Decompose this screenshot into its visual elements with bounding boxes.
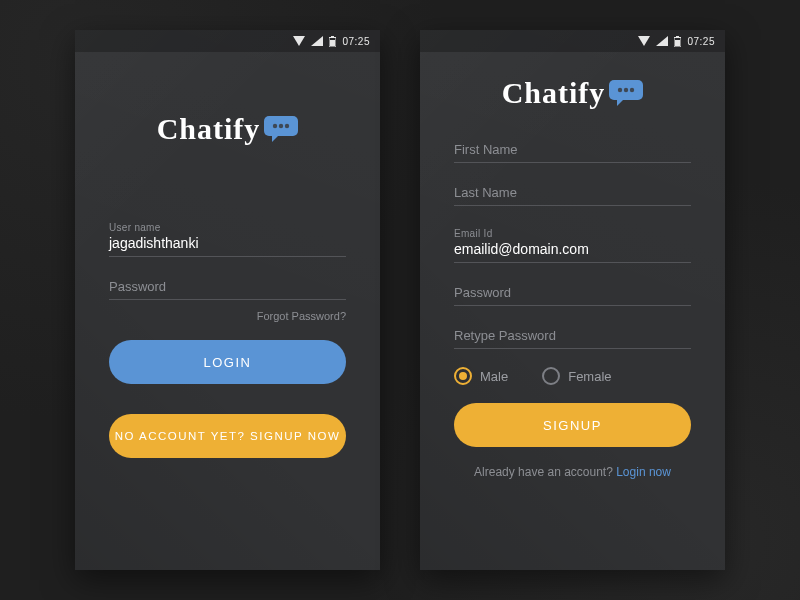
signal-icon <box>656 36 668 46</box>
username-value: jagadishthanki <box>109 235 346 251</box>
signup-phone: 07:25 Chatify First Name Last Name Email… <box>420 30 725 570</box>
gender-female-label: Female <box>568 369 611 384</box>
login-button[interactable]: LOGIN <box>109 340 346 384</box>
statusbar-time: 07:25 <box>687 36 715 47</box>
gender-male-radio[interactable]: Male <box>454 367 508 385</box>
password-placeholder: Password <box>454 285 691 300</box>
last-name-placeholder: Last Name <box>454 185 691 200</box>
statusbar: 07:25 <box>420 30 725 52</box>
signup-prompt-label: NO ACCOUNT YET? SIGNUP NOW <box>115 430 341 442</box>
email-value: emailid@domain.com <box>454 241 691 257</box>
password-field[interactable]: Password <box>109 273 346 300</box>
password-placeholder: Password <box>109 279 346 294</box>
app-logo-text: Chatify <box>502 76 606 110</box>
statusbar-time: 07:25 <box>342 36 370 47</box>
svg-point-4 <box>273 124 277 128</box>
app-logo: Chatify <box>157 112 299 146</box>
signal-icon <box>311 36 323 46</box>
app-logo: Chatify <box>502 76 644 110</box>
email-label: Email Id <box>454 228 691 239</box>
gender-row: Male Female <box>454 367 691 385</box>
svg-point-5 <box>279 124 283 128</box>
svg-rect-2 <box>330 40 335 46</box>
gender-female-radio[interactable]: Female <box>542 367 611 385</box>
wifi-icon <box>638 36 650 46</box>
username-field[interactable]: User name jagadishthanki <box>109 216 346 257</box>
password-field[interactable]: Password <box>454 279 691 306</box>
username-label: User name <box>109 222 346 233</box>
signup-prompt-button[interactable]: NO ACCOUNT YET? SIGNUP NOW <box>109 414 346 458</box>
radio-icon <box>454 367 472 385</box>
svg-point-11 <box>618 88 622 92</box>
wifi-icon <box>293 36 305 46</box>
email-field[interactable]: Email Id emailid@domain.com <box>454 222 691 263</box>
first-name-field[interactable]: First Name <box>454 136 691 163</box>
login-now-link[interactable]: Login now <box>616 465 671 479</box>
login-phone: 07:25 Chatify User name jagadishthanki P… <box>75 30 380 570</box>
signup-button-label: SIGNUP <box>543 418 602 433</box>
retype-password-placeholder: Retype Password <box>454 328 691 343</box>
statusbar: 07:25 <box>75 30 380 52</box>
chat-bubble-icon <box>609 80 643 106</box>
battery-icon <box>329 36 336 47</box>
already-have-account-text: Already have an account? <box>474 465 616 479</box>
retype-password-field[interactable]: Retype Password <box>454 322 691 349</box>
chat-bubble-icon <box>264 116 298 142</box>
app-logo-text: Chatify <box>157 112 261 146</box>
login-now-row: Already have an account? Login now <box>454 465 691 479</box>
login-button-label: LOGIN <box>204 355 252 370</box>
svg-rect-9 <box>675 40 680 46</box>
battery-icon <box>674 36 681 47</box>
forgot-password-link[interactable]: Forgot Password? <box>109 310 346 322</box>
svg-point-13 <box>630 88 634 92</box>
last-name-field[interactable]: Last Name <box>454 179 691 206</box>
svg-point-12 <box>624 88 628 92</box>
gender-male-label: Male <box>480 369 508 384</box>
signup-button[interactable]: SIGNUP <box>454 403 691 447</box>
svg-point-6 <box>285 124 289 128</box>
radio-icon <box>542 367 560 385</box>
first-name-placeholder: First Name <box>454 142 691 157</box>
